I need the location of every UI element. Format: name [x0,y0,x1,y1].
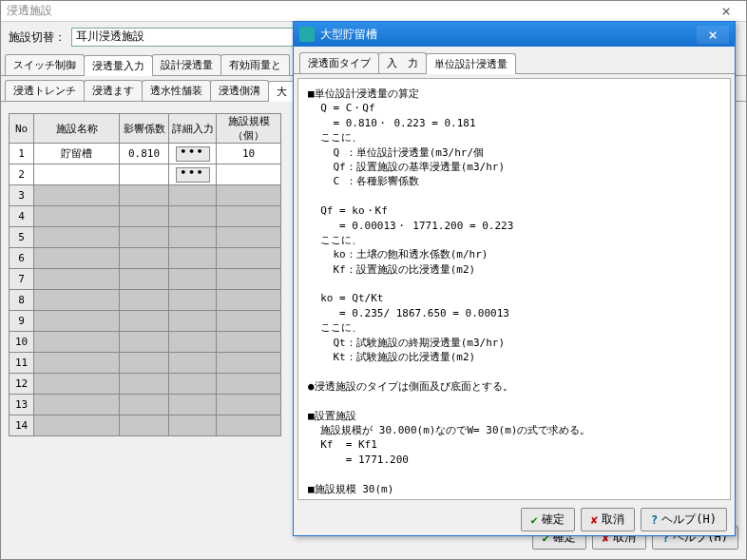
col-coef: 影響係数 [120,114,169,144]
dialog-cancel-button[interactable]: ✘取消 [581,508,635,531]
close-icon[interactable]: × [712,2,740,20]
detail-button[interactable]: ••• [176,146,210,162]
empty-cell [217,185,281,206]
empty-cell [34,206,120,227]
dialog-close-icon[interactable]: × [697,26,729,44]
table-row[interactable]: 2 ••• [10,164,281,185]
empty-cell [169,353,217,374]
table-row: 14 [10,415,281,436]
empty-cell [120,227,169,248]
table-row: 4 [10,206,281,227]
empty-cell [217,227,281,248]
table-row[interactable]: 1 貯留槽 0.810 ••• 10 [10,144,281,164]
row-no: 8 [10,290,34,311]
empty-cell [120,248,169,269]
empty-cell [169,311,217,332]
table-row: 11 [10,353,281,374]
row-no: 2 [10,164,34,185]
table-row: 9 [10,311,281,332]
table-row: 8 [10,290,281,311]
table-row: 6 [10,248,281,269]
col-no: No [10,114,34,144]
tab-side-ditch[interactable]: 浸透側溝 [210,80,269,101]
empty-cell [120,374,169,395]
row-no: 6 [10,248,34,269]
dialog-body: ■単位設計浸透量の算定 Q = C・Qf = 0.810・ 0.223 = 0.… [297,78,731,500]
empty-cell [120,290,169,311]
empty-cell [217,332,281,353]
row-no: 4 [10,206,34,227]
tab-switch-control[interactable]: スイッチ制御 [5,54,85,75]
row-no: 7 [10,269,34,290]
facility-select[interactable]: 耳川浸透施設 [71,28,309,47]
tab-design-infiltration[interactable]: 設計浸透量 [152,54,221,75]
empty-cell [120,311,169,332]
empty-cell [34,185,120,206]
empty-cell [217,290,281,311]
dialog-titlebar: 大型貯留槽 × [294,22,735,47]
row-no: 1 [10,144,34,164]
dialog-help-button[interactable]: ?ヘルプ(H) [641,508,727,531]
row-coef[interactable] [120,164,169,185]
tab-infiltration-input[interactable]: 浸透量入力 [84,55,153,76]
window-icon [299,27,315,42]
tab-effective-rain[interactable]: 有効雨量と [220,54,290,75]
empty-cell [34,374,120,395]
detail-button[interactable]: ••• [176,167,210,183]
row-no: 13 [10,395,34,415]
empty-cell [120,185,169,206]
empty-cell [217,206,281,227]
empty-cell [120,332,169,353]
tab-infiltration-surface-type[interactable]: 浸透面タイプ [299,52,379,73]
empty-cell [169,415,217,436]
row-scale[interactable] [217,164,281,185]
row-scale[interactable]: 10 [217,144,281,164]
facility-select-value: 耳川浸透施設 [76,29,144,43]
empty-cell [169,374,217,395]
table-row: 5 [10,227,281,248]
row-no: 10 [10,332,34,353]
empty-cell [169,227,217,248]
tab-trench[interactable]: 浸透トレンチ [5,80,85,101]
col-detail: 詳細入力 [169,114,217,144]
empty-cell [120,395,169,415]
empty-cell [120,415,169,436]
empty-cell [34,353,120,374]
empty-cell [217,248,281,269]
tab-masu[interactable]: 浸透ます [84,80,143,101]
dialog-title: 大型貯留槽 [320,27,377,43]
row-name[interactable]: 貯留槽 [34,144,120,164]
tab-input[interactable]: 入 力 [378,52,427,73]
empty-cell [169,332,217,353]
row-no: 14 [10,415,34,436]
empty-cell [169,395,217,415]
empty-cell [34,227,120,248]
row-coef[interactable]: 0.810 [120,144,169,164]
row-no: 12 [10,374,34,395]
tab-permeable-pavement[interactable]: 透水性舗装 [142,80,211,101]
row-name[interactable] [34,164,120,185]
main-title: 浸透施設 [7,3,52,19]
col-name: 施設名称 [34,114,120,144]
empty-cell [120,269,169,290]
table-row: 12 [10,374,281,395]
empty-cell [120,206,169,227]
empty-cell [34,290,120,311]
help-icon: ? [651,513,658,527]
table-row: 13 [10,395,281,415]
row-no: 9 [10,311,34,332]
empty-cell [34,332,120,353]
empty-cell [34,248,120,269]
empty-cell [34,311,120,332]
ok-label: 確定 [542,512,565,528]
facility-table: No 施設名称 影響係数 詳細入力 施設規模（個） 1 貯留槽 0.810 ••… [9,113,281,436]
tab-unit-design-infiltration[interactable]: 単位設計浸透量 [426,53,516,74]
tab-large[interactable]: 大 [268,81,296,102]
empty-cell [217,353,281,374]
row-no: 5 [10,227,34,248]
empty-cell [169,248,217,269]
large-tank-dialog: 大型貯留槽 × 浸透面タイプ 入 力 単位設計浸透量 ■単位設計浸透量の算定 Q… [293,21,736,536]
dialog-ok-button[interactable]: ✔確定 [521,508,575,531]
empty-cell [34,415,120,436]
empty-cell [34,269,120,290]
